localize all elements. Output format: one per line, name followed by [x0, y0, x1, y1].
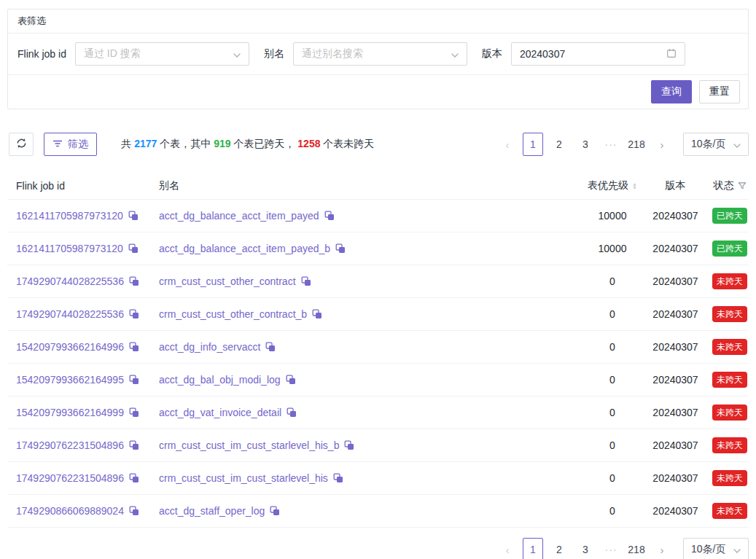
table-row: 1749290866069889024 acct_dg_staff_oper_l… — [7, 495, 749, 528]
alias-select[interactable]: 通过别名搜索 — [293, 42, 467, 66]
alias-label: 别名 — [264, 47, 284, 60]
alias-cell: crm_cust_cust_other_contract_b — [150, 308, 585, 320]
filter-lines-icon — [52, 138, 63, 151]
filter-form: Flink job id 通过 ID 搜索 别名 通过别名搜索 — [8, 34, 748, 75]
copy-icon[interactable] — [324, 211, 335, 221]
flink-job-id-link[interactable]: 1621411705987973120 — [16, 243, 123, 254]
status-cell: 未跨天 — [711, 404, 749, 421]
alias-link[interactable]: acct_dg_balance_acct_item_payed_b — [159, 243, 330, 254]
sorter-icon[interactable]: ▲ ▼ — [632, 182, 637, 189]
copy-icon[interactable] — [129, 440, 139, 450]
version-cell: 20240307 — [640, 439, 711, 451]
page-button-last[interactable]: 218 — [626, 538, 647, 559]
copy-icon[interactable] — [335, 243, 346, 254]
status-cell: 未跨天 — [711, 372, 749, 388]
prev-page-button[interactable]: ‹ — [498, 133, 517, 156]
status-badge: 未跨天 — [712, 470, 747, 486]
alias-link[interactable]: acct_dg_info_servacct — [159, 341, 260, 353]
copy-icon[interactable] — [129, 506, 139, 516]
table-summary: 共 2177 个表，其中 919 个表已跨天， 1258 个表未跨天 — [104, 126, 374, 163]
page-size-select[interactable]: 10条/页 — [683, 538, 749, 559]
version-cell: 20240307 — [640, 341, 711, 353]
page-button-3[interactable]: 3 — [575, 133, 596, 156]
page-ellipsis[interactable]: ··· — [601, 544, 620, 555]
alias-link[interactable]: acct_dg_vat_invoice_detail — [159, 407, 281, 418]
version-date-picker[interactable]: 20240307 — [511, 42, 685, 66]
alias-placeholder: 通过别名搜索 — [302, 47, 363, 60]
tables-table: Flink job id 别名 表优先级 ▲ ▼ 版本 状态 — [7, 173, 749, 528]
alias-link[interactable]: crm_cust_cust_im_cust_starlevel_his — [159, 472, 328, 484]
copy-icon[interactable] — [129, 473, 139, 483]
status-cell: 已跨天 — [711, 241, 749, 257]
copy-icon[interactable] — [344, 440, 354, 450]
page-button-3[interactable]: 3 — [575, 538, 596, 559]
flink-job-id-link[interactable]: 1621411705987973120 — [16, 210, 123, 222]
status-badge: 未跨天 — [712, 404, 747, 421]
flink-job-id-select[interactable]: 通过 ID 搜索 — [75, 42, 249, 66]
alias-cell: acct_dg_bal_obj_modi_log — [150, 374, 585, 386]
alias-cell: acct_dg_staff_oper_log — [150, 505, 585, 517]
priority-cell: 0 — [585, 439, 640, 451]
page-size-select[interactable]: 10条/页 — [683, 133, 749, 156]
flink-job-id-cell: 1542097993662164995 — [7, 374, 150, 386]
copy-icon[interactable] — [301, 276, 311, 286]
alias-link[interactable]: crm_cust_cust_other_contract_b — [159, 308, 307, 320]
table-row: 1749290762231504896 crm_cust_cust_im_cus… — [7, 429, 749, 462]
copy-icon[interactable] — [312, 309, 322, 319]
status-badge: 未跨天 — [712, 339, 747, 355]
alias-link[interactable]: crm_cust_cust_im_cust_starlevel_his_b — [159, 439, 339, 451]
flink-job-id-cell: 1749290866069889024 — [7, 505, 150, 517]
flink-job-id-link[interactable]: 1749290762231504896 — [16, 472, 124, 484]
copy-icon[interactable] — [128, 243, 139, 254]
flink-job-id-link[interactable]: 1749290866069889024 — [16, 505, 124, 517]
column-header-flink-job-id: Flink job id — [7, 180, 150, 192]
page-button-last[interactable]: 218 — [626, 133, 647, 156]
copy-icon[interactable] — [129, 276, 139, 286]
column-header-priority[interactable]: 表优先级 ▲ ▼ — [585, 179, 640, 192]
alias-link[interactable]: acct_dg_balance_acct_item_payed — [159, 210, 319, 222]
flink-job-id-link[interactable]: 1749290744028225536 — [16, 308, 124, 320]
copy-icon[interactable] — [270, 506, 280, 516]
next-page-button[interactable]: › — [652, 133, 671, 156]
page-button-2[interactable]: 2 — [549, 133, 569, 156]
page-button-1[interactable]: 1 — [523, 133, 543, 156]
copy-icon[interactable] — [129, 309, 139, 319]
copy-icon[interactable] — [265, 342, 276, 352]
page-ellipsis[interactable]: ··· — [601, 138, 620, 150]
alias-cell: acct_dg_info_servacct — [150, 341, 585, 353]
flink-job-id-cell: 1749290744028225536 — [7, 275, 150, 287]
copy-icon[interactable] — [129, 407, 139, 418]
copy-icon[interactable] — [287, 407, 297, 418]
flink-job-id-link[interactable]: 1542097993662164996 — [16, 341, 124, 353]
version-cell: 20240307 — [640, 275, 711, 287]
status-header-label: 状态 — [714, 179, 734, 192]
table-row: 1542097993662164999 acct_dg_vat_invoice_… — [7, 396, 749, 429]
alias-link[interactable]: crm_cust_cust_other_contract — [159, 275, 296, 287]
flink-job-id-label: Flink job id — [17, 48, 66, 60]
search-button[interactable]: 查询 — [651, 80, 692, 103]
copy-icon[interactable] — [128, 211, 139, 221]
priority-cell: 0 — [585, 341, 640, 353]
next-page-button[interactable]: › — [652, 538, 671, 559]
prev-page-button[interactable]: ‹ — [498, 538, 517, 559]
field-version: 版本 20240307 — [482, 42, 685, 66]
copy-icon[interactable] — [129, 342, 139, 352]
copy-icon[interactable] — [286, 375, 296, 385]
filter-button[interactable]: 筛选 — [44, 133, 97, 156]
alias-link[interactable]: acct_dg_staff_oper_log — [159, 505, 265, 517]
flink-job-id-link[interactable]: 1542097993662164999 — [16, 407, 124, 418]
copy-icon[interactable] — [333, 473, 343, 483]
status-cell: 未跨天 — [711, 306, 749, 322]
funnel-filter-icon[interactable] — [738, 181, 747, 190]
flink-job-id-link[interactable]: 1749290762231504896 — [16, 439, 124, 451]
flink-job-id-link[interactable]: 1542097993662164995 — [16, 374, 124, 386]
refresh-button[interactable] — [9, 133, 34, 156]
reset-button[interactable]: 重置 — [699, 80, 740, 103]
page-button-2[interactable]: 2 — [549, 538, 569, 559]
flink-job-id-link[interactable]: 1749290744028225536 — [16, 275, 124, 287]
status-badge: 未跨天 — [712, 503, 747, 519]
page-button-1[interactable]: 1 — [523, 538, 543, 559]
copy-icon[interactable] — [129, 375, 139, 385]
alias-link[interactable]: acct_dg_bal_obj_modi_log — [159, 374, 281, 386]
status-cell: 未跨天 — [711, 470, 749, 486]
